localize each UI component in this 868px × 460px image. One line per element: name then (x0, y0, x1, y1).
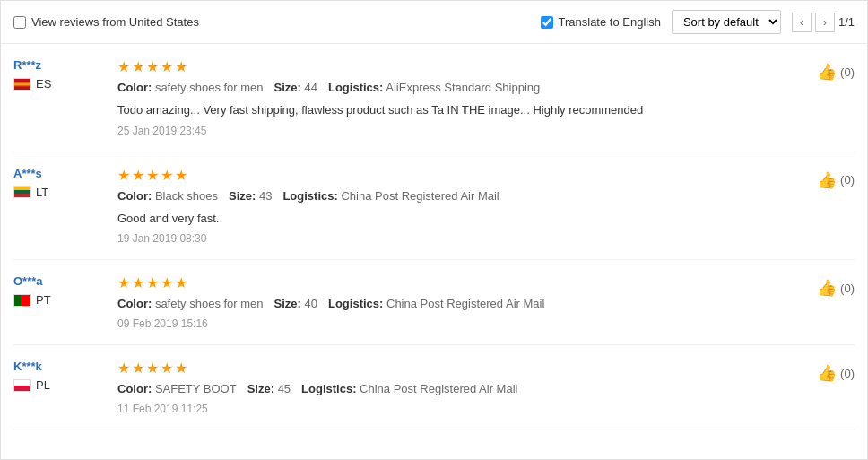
like-count: (0) (840, 65, 855, 79)
star-icon: ★ (175, 58, 187, 75)
star-icon: ★ (117, 58, 130, 75)
review-meta: Color: safety shoes for men Size: 44 Log… (117, 81, 810, 94)
review-text: Todo amazing... Very fast shipping, flaw… (117, 101, 810, 119)
star-rating: ★★★★★ (117, 167, 810, 184)
flag-icon (13, 186, 31, 198)
color-label: Color: SAFETY BOOT (117, 382, 237, 395)
review-item: A***s LT ★★★★★ Color: Black shoes Size: … (13, 152, 855, 261)
star-icon: ★ (132, 274, 144, 291)
star-icon: ★ (146, 58, 159, 75)
reviewer-name: K***k (13, 360, 103, 373)
pagination: ‹ › 1/1 (792, 13, 855, 32)
review-content: ★★★★★ Color: Black shoes Size: 43 Logist… (103, 167, 810, 246)
like-section: 👍 (0) (810, 58, 855, 137)
reviewer-name: O***a (13, 274, 103, 288)
like-count: (0) (840, 282, 855, 295)
star-icon: ★ (117, 360, 130, 377)
star-icon: ★ (132, 360, 144, 377)
translate-checkbox[interactable] (541, 16, 553, 29)
star-icon: ★ (146, 167, 159, 184)
sort-select[interactable]: Sort by default (672, 10, 781, 34)
like-count: (0) (840, 173, 855, 187)
reviews-container: View reviews from United States Translat… (0, 0, 868, 460)
logistics-label: Logistics: China Post Registered Air Mai… (328, 297, 544, 310)
star-icon: ★ (117, 274, 130, 291)
star-icon: ★ (117, 167, 130, 184)
reviewer-name: A***s (13, 167, 103, 180)
reviews-filter-label[interactable]: View reviews from United States (13, 15, 199, 29)
star-icon: ★ (161, 167, 173, 184)
reviewer-info: K***k PL (13, 360, 103, 415)
reviews-filter-checkbox[interactable] (13, 16, 26, 29)
like-button[interactable]: 👍 (0) (817, 363, 855, 383)
country-code: LT (36, 186, 48, 199)
like-section: 👍 (0) (810, 360, 855, 415)
reviewer-country: LT (13, 186, 103, 199)
logistics-label: Logistics: China Post Registered Air Mai… (301, 382, 517, 395)
reviewer-country: PL (13, 378, 103, 392)
reviewer-info: R***z ES (13, 58, 103, 137)
review-date: 19 Jan 2019 08:30 (117, 232, 810, 245)
review-date: 11 Feb 2019 11:25 (117, 403, 810, 415)
size-label: Size: 40 (274, 297, 317, 310)
toolbar-right: Translate to English Sort by default ‹ ›… (541, 10, 855, 34)
size-label: Size: 45 (247, 382, 291, 395)
star-icon: ★ (132, 167, 144, 184)
toolbar: View reviews from United States Translat… (1, 1, 867, 44)
size-label: Size: 44 (274, 81, 317, 94)
like-button[interactable]: 👍 (0) (817, 170, 855, 190)
like-button[interactable]: 👍 (0) (817, 62, 855, 82)
star-icon: ★ (161, 360, 173, 377)
star-icon: ★ (146, 274, 159, 291)
translate-label[interactable]: Translate to English (541, 15, 661, 29)
star-rating: ★★★★★ (117, 58, 810, 75)
logistics-label: Logistics: AliExpress Standard Shipping (328, 81, 540, 94)
flag-icon (13, 294, 31, 307)
next-page-button[interactable]: › (815, 13, 835, 32)
star-icon: ★ (175, 167, 187, 184)
star-icon: ★ (132, 58, 144, 75)
like-section: 👍 (0) (810, 274, 855, 330)
size-label: Size: 43 (229, 189, 272, 203)
country-code: PL (36, 378, 50, 392)
review-content: ★★★★★ Color: safety shoes for men Size: … (103, 274, 810, 330)
review-content: ★★★★★ Color: safety shoes for men Size: … (103, 58, 810, 137)
review-content: ★★★★★ Color: SAFETY BOOT Size: 45 Logist… (103, 360, 810, 415)
star-icon: ★ (146, 360, 159, 377)
review-text: Good and very fast. (117, 210, 810, 228)
review-meta: Color: SAFETY BOOT Size: 45 Logistics: C… (117, 382, 810, 395)
like-count: (0) (840, 367, 855, 380)
country-code: ES (36, 77, 51, 91)
reviews-filter-text: View reviews from United States (31, 15, 199, 29)
page-info: 1/1 (838, 15, 855, 29)
reviewer-name: R***z (13, 58, 103, 72)
logistics-label: Logistics: China Post Registered Air Mai… (282, 189, 499, 203)
review-date: 09 Feb 2019 15:16 (117, 317, 810, 330)
star-icon: ★ (175, 274, 187, 291)
color-label: Color: Black shoes (117, 189, 218, 203)
flag-icon (13, 379, 31, 392)
review-date: 25 Jan 2019 23:45 (117, 125, 810, 137)
review-item: K***k PL ★★★★★ Color: SAFETY BOOT Size: … (13, 345, 855, 430)
star-icon: ★ (175, 360, 187, 377)
review-item: R***z ES ★★★★★ Color: safety shoes for m… (13, 44, 855, 152)
star-rating: ★★★★★ (117, 360, 810, 377)
reviews-list: R***z ES ★★★★★ Color: safety shoes for m… (1, 44, 867, 430)
prev-page-button[interactable]: ‹ (792, 13, 812, 32)
thumbs-up-icon: 👍 (817, 170, 837, 190)
color-label: Color: safety shoes for men (117, 297, 264, 310)
country-code: PT (36, 293, 51, 307)
like-button[interactable]: 👍 (0) (817, 278, 855, 298)
thumbs-up-icon: 👍 (817, 62, 837, 82)
star-rating: ★★★★★ (117, 274, 810, 291)
color-label: Color: safety shoes for men (117, 81, 264, 94)
like-section: 👍 (0) (810, 167, 855, 246)
reviewer-country: PT (13, 293, 103, 307)
reviewer-info: O***a PT (13, 274, 103, 330)
translate-text: Translate to English (559, 15, 661, 29)
thumbs-up-icon: 👍 (817, 278, 837, 298)
reviewer-info: A***s LT (13, 167, 103, 246)
review-meta: Color: safety shoes for men Size: 40 Log… (117, 297, 810, 310)
star-icon: ★ (161, 58, 173, 75)
toolbar-left: View reviews from United States (13, 15, 541, 29)
